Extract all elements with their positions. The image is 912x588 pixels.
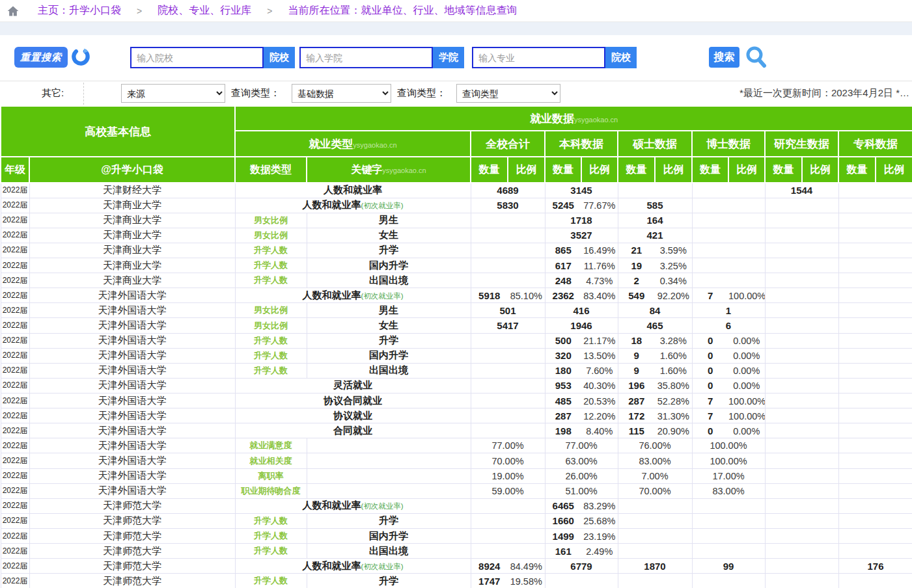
major-search-input[interactable] (472, 47, 605, 68)
keyword-cell (307, 483, 471, 498)
keyword-suffix: (初次就业率) (361, 502, 403, 510)
header-ratio-2: 比例 (655, 157, 692, 183)
grade-cell: 2022届 (1, 333, 29, 348)
value-pair-cell-4 (765, 363, 838, 378)
count-value: 6 (692, 318, 765, 333)
college-search-button[interactable]: 院校 (264, 47, 295, 68)
ratio-value: 83.29% (581, 501, 618, 511)
table-row: 2022届天津外国语大学升学人数国内升学32013.50%91.60%00.00… (1, 348, 912, 363)
grade-cell: 2022届 (1, 483, 29, 498)
college-search-input[interactable] (130, 47, 264, 68)
value-pair-cell-2: 193.25% (618, 258, 692, 273)
keyword-cell: 出国出境 (307, 363, 471, 378)
ratio-value: 2.49% (581, 546, 618, 557)
refresh-icon[interactable] (70, 46, 91, 67)
faculty-search-button[interactable]: 学院 (433, 47, 464, 68)
search-magnifier-icon[interactable] (744, 45, 769, 70)
count-value: 1 (692, 303, 765, 318)
ratio-value: 77.67% (581, 200, 618, 211)
query-type-select[interactable]: 查询类型 (456, 84, 560, 103)
filter-bar: 其它: 来源 查询类型： 基础数据 查询类型： 查询类型 *最近一次更新时间：2… (0, 81, 912, 105)
major-search-button[interactable]: 院校 (605, 47, 637, 68)
count-value: 617 (546, 260, 582, 271)
data-type-cell: 升学人数 (235, 333, 307, 348)
count-value: 21 (618, 245, 656, 256)
value-pair-cell-0 (471, 408, 545, 423)
value-pair-cell-3: 00.00% (692, 333, 765, 348)
value-pair-cell-4 (765, 559, 838, 574)
keyword-cell: 国内升学 (307, 348, 471, 363)
table-row: 2022届天津商业大学升学人数出国出境2484.73%20.34% (1, 273, 912, 288)
value-pair-cell-4 (765, 198, 838, 213)
grade-cell: 2022届 (1, 258, 29, 273)
value-pair-cell-5 (838, 318, 912, 333)
count-value: 1747 (471, 576, 508, 587)
school-cell: 天津师范大学 (29, 574, 235, 588)
data-type-cell: 升学人数 (235, 544, 307, 559)
keyword-cell (307, 438, 471, 453)
count-value: 5245 (546, 200, 582, 211)
data-type-cell: 升学人数 (235, 258, 307, 273)
value-pair-cell-3 (692, 529, 765, 544)
ratio-value: 92.20% (655, 291, 692, 301)
grade-cell: 2022届 (1, 363, 29, 378)
value-pair-cell-2: 54992.20% (618, 288, 692, 303)
value-pair-cell-2: 91.60% (618, 363, 692, 378)
value-pair-cell-5 (838, 408, 912, 423)
school-cell: 天津外国语大学 (29, 453, 235, 468)
count-value: 549 (618, 290, 656, 301)
value-pair-cell-1: 236283.40% (545, 288, 618, 303)
value-pair-cell-0 (471, 213, 545, 228)
keyword-merged-cell: 合同就业 (235, 423, 471, 438)
value-pair-cell-5 (838, 243, 912, 258)
value-pair-cell-3: 7100.00% (692, 408, 765, 423)
watermark: ysygaokao.cn (353, 141, 396, 149)
value-pair-cell-4 (765, 273, 838, 288)
header-count-3: 数量 (692, 157, 728, 183)
grade-cell: 2022届 (1, 394, 29, 408)
keyword-label: 人数和就业率 (302, 289, 361, 301)
count-value: 7 (693, 290, 729, 301)
ratio-value: 26.00% (545, 468, 618, 483)
header-count-1: 数量 (545, 157, 581, 183)
ratio-value: 85.10% (508, 291, 545, 301)
school-cell: 天津外国语大学 (29, 438, 235, 453)
value-pair-cell-5 (838, 544, 912, 559)
ratio-value: 1.60% (655, 351, 692, 361)
value-pair-cell-2: 91.60% (618, 348, 692, 363)
basic-data-select[interactable]: 基础数据 (292, 84, 391, 103)
ratio-value: 0.34% (655, 276, 692, 286)
breadcrumb-current-location: 当前所在位置：就业单位、行业、地域等信息查询 (288, 4, 517, 18)
ratio-value: 8.40% (581, 426, 618, 436)
keyword-cell: 男生 (307, 213, 471, 228)
home-icon[interactable] (7, 5, 20, 18)
count-value: 5918 (471, 290, 508, 301)
breadcrumb-home-link[interactable]: 主页：升学小口袋 (38, 4, 121, 18)
keyword-suffix: (初次就业率) (361, 563, 403, 570)
school-cell: 天津商业大学 (29, 213, 235, 228)
table-row: 2022届天津外国语大学职业期待吻合度59.00%51.00%70.00%83.… (1, 483, 912, 498)
value-pair-cell-0 (471, 513, 545, 528)
ratio-value: 19.00% (471, 468, 545, 483)
keyword-cell: 国内升学 (307, 258, 471, 273)
school-cell: 天津师范大学 (29, 544, 235, 559)
search-button[interactable]: 搜索 (709, 47, 739, 68)
table-row: 2022届天津商业大学男女比例男生1718164 (1, 213, 912, 228)
count-value: 0 (693, 350, 729, 361)
table-row: 2022届天津师范大学升学人数出国出境1612.49% (1, 544, 912, 559)
ratio-value: 83.00% (618, 453, 692, 468)
table-row: 2022届天津外国语大学协议合同就业48520.53%28752.28%7100… (1, 394, 912, 408)
reset-search-button[interactable]: 重置搜索 (14, 47, 68, 68)
value-pair-cell-1: 1807.60% (545, 363, 618, 378)
table-row: 2022届天津外国语大学离职率19.00%26.00%7.00%17.00% (1, 468, 912, 483)
data-type-cell: 离职率 (235, 468, 307, 483)
count-value: 0 (693, 380, 729, 391)
source-select[interactable]: 来源 (121, 84, 225, 103)
count-value: 485 (546, 395, 582, 407)
breadcrumb-library-link[interactable]: 院校、专业、行业库 (158, 4, 251, 18)
count-value: 3145 (545, 183, 618, 198)
faculty-search-input[interactable] (299, 47, 433, 68)
employment-data-table: 高校基本信息 就业数据ysygaokao.cn 就业类型ysygaokao.cn… (0, 105, 912, 588)
data-type-cell: 男女比例 (235, 318, 307, 333)
ratio-value: 51.00% (545, 483, 618, 498)
